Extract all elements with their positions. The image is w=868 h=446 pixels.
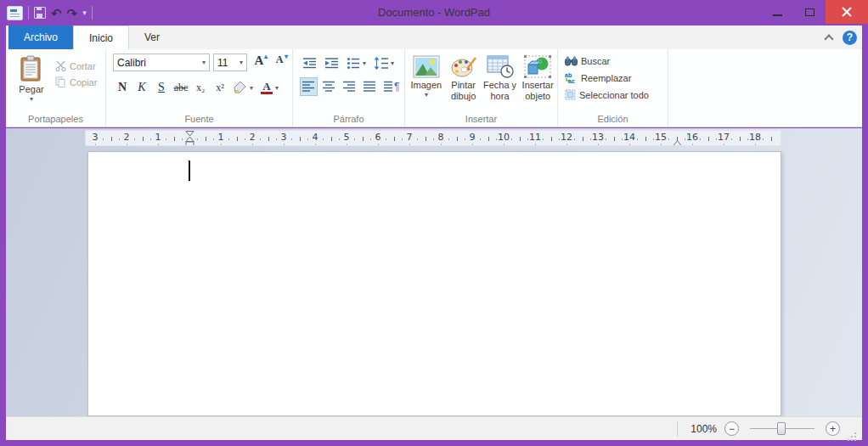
ruler-mark xyxy=(614,137,615,141)
qat-customize-dropdown-icon[interactable]: ▾ xyxy=(82,8,87,17)
insert-object-icon xyxy=(524,55,551,78)
ruler-mark: 15 xyxy=(655,132,667,143)
zoom-slider-handle[interactable] xyxy=(777,422,786,435)
status-bar: 100% − + xyxy=(6,416,862,440)
align-center-button[interactable] xyxy=(320,77,338,96)
cut-label: Cortar xyxy=(70,61,96,71)
minimize-button[interactable] xyxy=(761,0,793,24)
document-page[interactable] xyxy=(87,151,781,416)
ruler-mark xyxy=(174,137,175,141)
ruler-mark xyxy=(606,138,606,140)
superscript-button[interactable]: x² xyxy=(211,78,229,97)
resize-grip-icon[interactable] xyxy=(854,432,856,434)
tab-ver[interactable]: Ver xyxy=(129,25,175,49)
ruler-mark xyxy=(448,138,449,140)
paste-label: Pegar xyxy=(19,84,43,95)
align-right-button[interactable] xyxy=(341,77,358,96)
zoom-out-button[interactable]: − xyxy=(724,421,739,436)
ruler-mark xyxy=(480,138,481,140)
grow-font-button[interactable]: A ▴ xyxy=(251,54,268,71)
ruler-mark: 6 xyxy=(372,132,384,143)
bold-button[interactable]: N xyxy=(113,78,132,97)
ruler-mark xyxy=(426,137,426,141)
find-button[interactable]: Buscar xyxy=(565,56,668,66)
ruler-mark: 2 xyxy=(246,132,258,143)
italic-button[interactable]: K xyxy=(132,78,151,97)
font-color-dropdown-icon[interactable]: ▾ xyxy=(275,85,279,92)
strikethrough-button[interactable]: abc xyxy=(172,78,190,97)
wordpad-window: ↶ ↷ ▾ Documento - WordPad Archivo Inicio… xyxy=(0,0,868,446)
ruler-mark xyxy=(668,138,669,140)
line-spacing-button[interactable]: ▾ xyxy=(371,54,397,72)
ruler-mark xyxy=(520,137,521,141)
ruler-mark xyxy=(543,138,544,140)
increase-indent-icon xyxy=(324,57,339,70)
increase-indent-button[interactable] xyxy=(322,54,341,72)
decrease-indent-button[interactable] xyxy=(300,54,319,72)
subscript-button[interactable]: x₂ xyxy=(191,78,210,97)
align-left-button[interactable] xyxy=(300,77,318,96)
ruler-mark xyxy=(323,138,324,140)
maximize-button[interactable] xyxy=(793,0,826,24)
select-all-button[interactable]: Seleccionar todo xyxy=(565,89,668,100)
close-icon xyxy=(842,7,852,17)
underline-button[interactable]: S xyxy=(152,78,171,97)
ruler-mark: 16 xyxy=(686,132,698,143)
paragraph-dialog-button[interactable]: ¶ xyxy=(381,77,402,96)
tab-inicio[interactable]: Inicio xyxy=(73,25,129,49)
font-size-combobox[interactable]: 11 ▾ xyxy=(213,54,247,71)
zoom-slider[interactable] xyxy=(750,421,814,436)
ruler-mark xyxy=(527,138,528,140)
ruler-mark xyxy=(622,138,623,140)
quick-access-toolbar: ↶ ↷ ▾ xyxy=(7,3,93,23)
paint-drawing-label: Pintar dibujo xyxy=(446,80,482,101)
ruler-mark xyxy=(504,144,504,145)
paste-dropdown-icon: ▾ xyxy=(30,96,33,103)
shrink-font-button[interactable]: A ▾ xyxy=(271,54,288,71)
justify-button[interactable] xyxy=(361,77,379,96)
bullets-button[interactable]: ▾ xyxy=(344,54,369,72)
ruler-mark: 4 xyxy=(309,132,321,143)
ruler-mark xyxy=(551,137,552,141)
redo-icon[interactable]: ↷ xyxy=(67,7,78,20)
ruler-mark xyxy=(441,144,442,145)
highlight-color-button[interactable] xyxy=(230,81,249,94)
select-all-icon xyxy=(565,89,576,100)
date-time-icon xyxy=(487,55,514,78)
align-center-icon xyxy=(323,81,335,93)
replace-button[interactable]: ab ac Reemplazar xyxy=(565,72,668,83)
zoom-controls: 100% − + xyxy=(677,417,840,440)
undo-icon[interactable]: ↶ xyxy=(51,7,62,20)
cut-button[interactable]: Cortar xyxy=(55,60,97,71)
ruler-mark xyxy=(566,144,567,145)
copy-button[interactable]: Copiar xyxy=(55,76,97,88)
ruler-mark: 3 xyxy=(278,132,290,143)
ruler-mark xyxy=(206,137,206,141)
ruler-mark: 7 xyxy=(403,132,415,143)
ruler-mark: 12 xyxy=(561,132,572,143)
close-button[interactable] xyxy=(826,0,868,24)
ruler-mark xyxy=(182,138,183,140)
ruler[interactable]: 321123456789101112131415161718 xyxy=(85,130,781,146)
indent-marker[interactable] xyxy=(185,131,194,146)
ruler-mark xyxy=(354,138,355,140)
group-label-parrafo: Párrafo xyxy=(293,114,404,124)
font-family-combobox[interactable]: Calibri ▾ xyxy=(113,54,210,71)
scissors-icon xyxy=(55,60,66,71)
group-parrafo: ▾ ▾ xyxy=(293,49,405,127)
insert-object-label: Insertar objeto xyxy=(518,80,557,101)
ruler-mark xyxy=(677,137,678,141)
find-label: Buscar xyxy=(581,56,610,66)
minimize-ribbon-icon[interactable] xyxy=(824,34,833,43)
help-icon[interactable]: ? xyxy=(843,31,857,45)
highlight-dropdown-icon[interactable]: ▾ xyxy=(250,85,253,92)
ruler-mark xyxy=(637,138,638,140)
titlebar[interactable]: ↶ ↷ ▾ Documento - WordPad xyxy=(0,0,868,25)
wordpad-app-icon[interactable] xyxy=(7,6,23,20)
save-icon[interactable] xyxy=(34,7,46,19)
font-color-button[interactable]: A xyxy=(259,81,274,95)
tab-archivo[interactable]: Archivo xyxy=(8,25,73,49)
date-time-label: Fecha y hora xyxy=(483,80,517,101)
zoom-in-button[interactable]: + xyxy=(826,421,840,436)
right-indent-marker[interactable] xyxy=(673,140,682,146)
